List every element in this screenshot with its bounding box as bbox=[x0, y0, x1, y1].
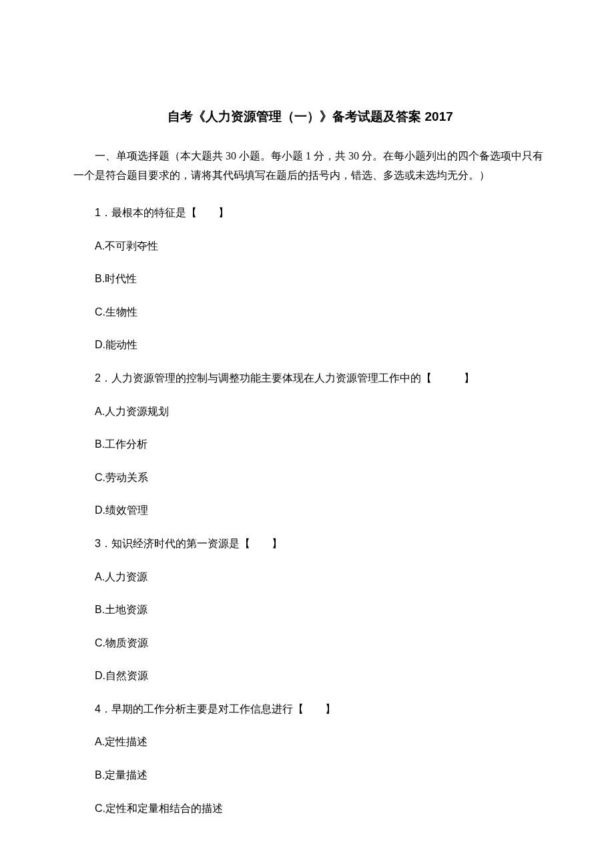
option-label: D. bbox=[95, 504, 105, 516]
option-label: A. bbox=[95, 406, 105, 417]
question-number: 4 bbox=[95, 703, 101, 715]
option-label: A. bbox=[95, 736, 105, 747]
option-label: B. bbox=[95, 438, 105, 450]
option-label: A. bbox=[95, 240, 105, 252]
option-label: A. bbox=[95, 571, 105, 582]
option: A.不可剥夺性 bbox=[73, 238, 547, 255]
question-stem: 3．知识经济时代的第一资源是【 】 bbox=[73, 535, 547, 552]
question-stem: 1．最根本的特征是【 】 bbox=[73, 204, 547, 222]
option: A.定性描述 bbox=[73, 733, 547, 751]
option: C.劳动关系 bbox=[73, 469, 547, 486]
option-text: 物质资源 bbox=[105, 637, 148, 648]
question-text: ．早期的工作分析主要是对工作信息进行【 】 bbox=[101, 703, 336, 715]
section-instructions: 一、单项选择题（本大题共 30 小题。每小题 1 分，共 30 分。在每小题列出… bbox=[73, 147, 547, 185]
option: B.土地资源 bbox=[73, 601, 547, 618]
option-text: 时代性 bbox=[105, 273, 137, 284]
question-number: 3 bbox=[95, 538, 101, 549]
option-text: 人力资源 bbox=[105, 571, 147, 582]
option-label: D. bbox=[95, 339, 105, 350]
option: A.人力资源规划 bbox=[73, 403, 547, 420]
option-label: C. bbox=[95, 472, 105, 483]
option-text: 能动性 bbox=[105, 339, 137, 350]
option-text: 定性描述 bbox=[105, 736, 147, 747]
option: B.时代性 bbox=[73, 270, 547, 288]
option-label: C. bbox=[95, 306, 105, 318]
option: B.工作分析 bbox=[73, 436, 547, 453]
option-text: 定性和定量相结合的描述 bbox=[105, 803, 223, 814]
option-label: B. bbox=[95, 273, 105, 284]
question-text: ．人力资源管理的控制与调整功能主要体现在人力资源管理工作中的【 】 bbox=[101, 372, 475, 384]
option-text: 绩效管理 bbox=[105, 504, 148, 516]
option: B.定量描述 bbox=[73, 767, 547, 784]
question-stem: 4．早期的工作分析主要是对工作信息进行【 】 bbox=[73, 701, 547, 718]
question-number: 1 bbox=[95, 207, 101, 218]
option: D.绩效管理 bbox=[73, 502, 547, 519]
option: C.生物性 bbox=[73, 304, 547, 321]
option-text: 工作分析 bbox=[105, 438, 147, 450]
question-number: 2 bbox=[95, 372, 101, 384]
question-text: ．知识经济时代的第一资源是【 】 bbox=[101, 538, 282, 549]
option-label: D. bbox=[95, 670, 105, 681]
option-text: 劳动关系 bbox=[105, 472, 148, 483]
question-text: ．最根本的特征是【 】 bbox=[101, 207, 229, 218]
option-text: 生物性 bbox=[105, 306, 137, 318]
option-text: 人力资源规划 bbox=[105, 406, 169, 417]
question-stem: 2．人力资源管理的控制与调整功能主要体现在人力资源管理工作中的【 】 bbox=[73, 370, 547, 387]
document-title: 自考《人力资源管理（一）》备考试题及答案 2017 bbox=[73, 107, 547, 127]
option: D.能动性 bbox=[73, 336, 547, 354]
option-text: 定量描述 bbox=[105, 769, 147, 781]
option-label: C. bbox=[95, 637, 105, 648]
option: C.物质资源 bbox=[73, 634, 547, 652]
option-label: B. bbox=[95, 604, 105, 615]
option-label: C. bbox=[95, 803, 105, 814]
questions-container: 1．最根本的特征是【 】A.不可剥夺性B.时代性C.生物性D.能动性2．人力资源… bbox=[73, 204, 547, 817]
option: C.定性和定量相结合的描述 bbox=[73, 800, 547, 817]
option-text: 自然资源 bbox=[105, 670, 148, 681]
option-label: B. bbox=[95, 769, 105, 781]
option: A.人力资源 bbox=[73, 568, 547, 586]
option: D.自然资源 bbox=[73, 667, 547, 685]
option-text: 土地资源 bbox=[105, 604, 147, 615]
option-text: 不可剥夺性 bbox=[105, 240, 158, 252]
